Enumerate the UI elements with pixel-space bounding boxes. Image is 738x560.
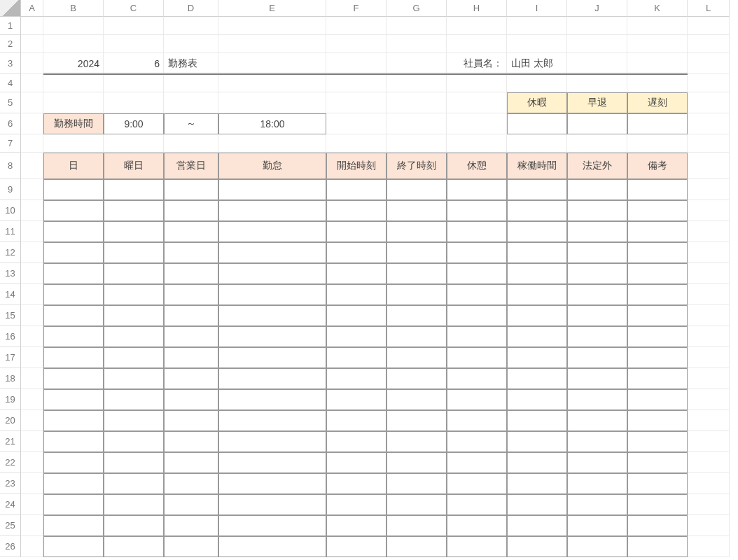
cell-year[interactable]: 2024 (43, 53, 104, 74)
table-cell-r13-c5[interactable] (218, 263, 326, 284)
table-cell-r14-c2[interactable] (43, 284, 104, 305)
table-header-8[interactable]: 法定外 (567, 153, 627, 179)
col-head-C[interactable]: C (104, 0, 164, 17)
table-cell-r12-c2[interactable] (43, 242, 104, 263)
table-cell-r13-c3[interactable] (104, 263, 164, 284)
col-head-A[interactable]: A (21, 0, 43, 17)
table-cell-r16-c3[interactable] (104, 326, 164, 347)
table-cell-r23-c11[interactable] (627, 473, 688, 494)
legend-vacation-value[interactable] (507, 113, 567, 134)
table-cell-r19-c5[interactable] (218, 389, 326, 410)
row-head-22[interactable]: 22 (0, 452, 21, 473)
table-cell-r21-c11[interactable] (627, 431, 688, 452)
row-head-17[interactable]: 17 (0, 347, 21, 368)
table-cell-r16-c7[interactable] (387, 326, 447, 347)
row-head-19[interactable]: 19 (0, 389, 21, 410)
table-cell-r23-c10[interactable] (567, 473, 627, 494)
table-cell-r26-c4[interactable] (164, 536, 218, 557)
table-cell-r25-c8[interactable] (447, 515, 507, 536)
select-all-corner[interactable] (0, 0, 21, 17)
table-cell-r24-c7[interactable] (387, 494, 447, 515)
table-cell-r15-c6[interactable] (326, 305, 387, 326)
table-header-2[interactable]: 営業日 (164, 153, 218, 179)
table-cell-r22-c5[interactable] (218, 452, 326, 473)
legend-late-value[interactable] (627, 113, 688, 134)
table-cell-r24-c11[interactable] (627, 494, 688, 515)
row-head-5[interactable]: 5 (0, 92, 21, 113)
table-cell-r15-c8[interactable] (447, 305, 507, 326)
table-cell-r9-c2[interactable] (43, 179, 104, 200)
table-header-1[interactable]: 曜日 (104, 153, 164, 179)
table-cell-r12-c7[interactable] (387, 242, 447, 263)
table-cell-r18-c7[interactable] (387, 368, 447, 389)
table-cell-r15-c5[interactable] (218, 305, 326, 326)
table-cell-r11-c4[interactable] (164, 221, 218, 242)
row-head-9[interactable]: 9 (0, 179, 21, 200)
table-cell-r14-c8[interactable] (447, 284, 507, 305)
table-cell-r15-c2[interactable] (43, 305, 104, 326)
table-cell-r16-c2[interactable] (43, 326, 104, 347)
table-cell-r18-c11[interactable] (627, 368, 688, 389)
table-cell-r14-c9[interactable] (507, 284, 567, 305)
table-cell-r13-c2[interactable] (43, 263, 104, 284)
table-cell-r14-c6[interactable] (326, 284, 387, 305)
table-cell-r12-c4[interactable] (164, 242, 218, 263)
col-head-D[interactable]: D (164, 0, 218, 17)
table-cell-r18-c3[interactable] (104, 368, 164, 389)
table-cell-r10-c10[interactable] (567, 200, 627, 221)
table-cell-r20-c7[interactable] (387, 410, 447, 431)
table-cell-r9-c5[interactable] (218, 179, 326, 200)
table-cell-r21-c8[interactable] (447, 431, 507, 452)
table-cell-r10-c11[interactable] (627, 200, 688, 221)
table-cell-r19-c8[interactable] (447, 389, 507, 410)
table-cell-r9-c4[interactable] (164, 179, 218, 200)
table-cell-r17-c8[interactable] (447, 347, 507, 368)
row-head-21[interactable]: 21 (0, 431, 21, 452)
work-end-time[interactable]: 18:00 (218, 113, 326, 134)
table-cell-r19-c11[interactable] (627, 389, 688, 410)
table-cell-r11-c5[interactable] (218, 221, 326, 242)
table-cell-r26-c2[interactable] (43, 536, 104, 557)
row-head-15[interactable]: 15 (0, 305, 21, 326)
table-cell-r26-c8[interactable] (447, 536, 507, 557)
cell-employee-name[interactable]: 山田 太郎 (507, 53, 567, 74)
col-head-G[interactable]: G (387, 0, 447, 17)
table-cell-r19-c7[interactable] (387, 389, 447, 410)
row-head-12[interactable]: 12 (0, 242, 21, 263)
cell-employee-label[interactable]: 社員名： (447, 53, 507, 74)
table-cell-r16-c9[interactable] (507, 326, 567, 347)
row-head-20[interactable]: 20 (0, 410, 21, 431)
table-cell-r26-c3[interactable] (104, 536, 164, 557)
table-cell-r10-c9[interactable] (507, 200, 567, 221)
table-cell-r15-c7[interactable] (387, 305, 447, 326)
table-cell-r22-c10[interactable] (567, 452, 627, 473)
table-cell-r24-c9[interactable] (507, 494, 567, 515)
table-cell-r25-c4[interactable] (164, 515, 218, 536)
table-cell-r20-c2[interactable] (43, 410, 104, 431)
table-cell-r25-c9[interactable] (507, 515, 567, 536)
table-cell-r25-c7[interactable] (387, 515, 447, 536)
col-head-E[interactable]: E (218, 0, 326, 17)
table-cell-r26-c9[interactable] (507, 536, 567, 557)
table-cell-r14-c11[interactable] (627, 284, 688, 305)
table-cell-r14-c10[interactable] (567, 284, 627, 305)
table-cell-r20-c5[interactable] (218, 410, 326, 431)
table-cell-r22-c4[interactable] (164, 452, 218, 473)
table-cell-r15-c3[interactable] (104, 305, 164, 326)
row-head-10[interactable]: 10 (0, 200, 21, 221)
table-cell-r16-c4[interactable] (164, 326, 218, 347)
table-cell-r21-c3[interactable] (104, 431, 164, 452)
table-cell-r24-c8[interactable] (447, 494, 507, 515)
table-cell-r20-c6[interactable] (326, 410, 387, 431)
table-cell-r19-c2[interactable] (43, 389, 104, 410)
table-cell-r20-c10[interactable] (567, 410, 627, 431)
table-cell-r11-c2[interactable] (43, 221, 104, 242)
table-cell-r13-c10[interactable] (567, 263, 627, 284)
row-head-7[interactable]: 7 (0, 134, 21, 153)
row-head-6[interactable]: 6 (0, 113, 21, 134)
table-cell-r21-c2[interactable] (43, 431, 104, 452)
table-cell-r10-c8[interactable] (447, 200, 507, 221)
table-cell-r24-c2[interactable] (43, 494, 104, 515)
table-cell-r18-c5[interactable] (218, 368, 326, 389)
table-cell-r15-c10[interactable] (567, 305, 627, 326)
